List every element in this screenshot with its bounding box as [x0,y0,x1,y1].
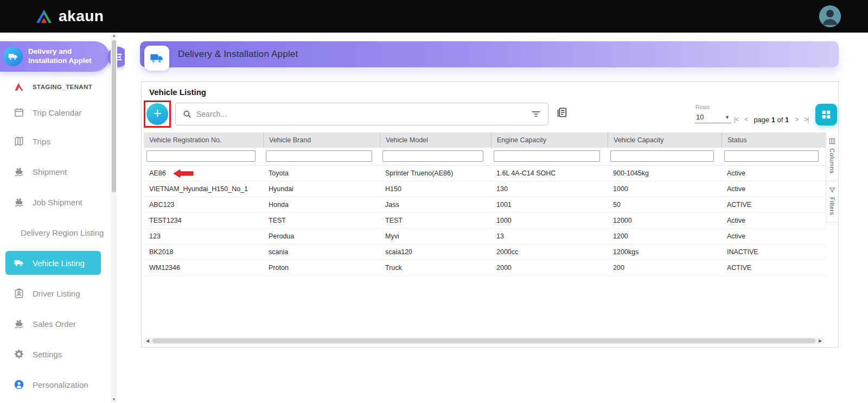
sidebar-item-label: Personalization [33,380,88,389]
sidebar-item-label: Vehicle Listing [33,259,85,268]
scrollbar-thumb[interactable] [112,40,116,192]
column-header[interactable]: Vehicle Registration No. [144,133,263,148]
table-row[interactable]: TEST1234TESTTEST100012000Active [144,213,826,229]
column-filter-input[interactable] [724,150,819,162]
sidebar-item-driver-listing[interactable]: Driver Listing [0,278,111,308]
table-header: Vehicle Registration No.Vehicle BrandVeh… [144,133,826,148]
table-cell: 200 [608,260,722,275]
ship-icon [13,166,25,177]
ship-icon [13,318,25,329]
scroll-left-icon[interactable]: ◀ [144,338,151,343]
scroll-up-icon[interactable]: ▲ [111,33,117,39]
sidebar-item-job-shipment[interactable]: Job Shipment [0,187,111,217]
rows-per-page-select[interactable]: 10 ▼ [694,111,731,123]
column-filter-input[interactable] [494,150,600,162]
user-avatar[interactable] [819,5,841,27]
search-input[interactable] [196,110,526,118]
applet-header[interactable]: Delivery and Installation Applet [0,41,110,72]
next-page-button[interactable]: > [795,116,798,123]
table-cell: 123 [144,229,263,244]
filter-cell [380,148,491,165]
gear-icon [13,349,25,360]
sidebar-item-vehicle-listing[interactable]: Vehicle Listing [5,251,101,275]
page-title: Delivery & Installation Applet [178,49,298,60]
filters-tab[interactable]: Filters [826,181,838,223]
table-row[interactable]: WM12346ProtonTruck2000200ACTIVE [144,260,826,276]
column-header[interactable]: Engine Capacity [491,133,608,148]
table-cell: H150 [380,181,491,197]
page-indicator: page 1 of 1 [754,116,789,124]
table-cell: Active [722,181,826,197]
columns-icon [828,137,836,145]
sidebar-item-sales-order[interactable]: Sales Order [0,308,111,339]
sidebar-item-delivery-region-listing[interactable]: Delivery Region Listing [0,217,111,248]
logo-text: akaun [59,8,104,25]
akaun-logo: akaun [35,8,104,25]
table-cell: Truck [380,260,491,275]
last-page-button[interactable]: >| [804,116,808,123]
filter-cell [608,148,722,165]
table-cell: Jass [380,197,491,212]
table-row[interactable]: AE86ToyotaSprinter Trueno(AE86)1.6L 4A-C… [144,166,826,181]
grid-view-button[interactable] [815,104,837,125]
sidebar-item-label: Driver Listing [33,289,80,298]
scrollbar-thumb[interactable] [152,338,815,343]
column-filter-input[interactable] [146,150,256,162]
sidebar-item-staging-tenant[interactable]: STAGING_TENANT [0,75,111,99]
first-page-button[interactable]: |< [734,116,738,123]
column-filter-input[interactable] [382,150,483,162]
column-header[interactable]: Vehicle Capacity [608,133,722,148]
column-header[interactable]: Vehicle Model [380,133,491,148]
sidebar-item-label: STAGING_TENANT [33,84,92,90]
sidebar-item-trip-calendar[interactable]: Trip Calendar [0,99,111,126]
table-cell: TEST [380,213,491,228]
vehicle-table: Vehicle Registration No.Vehicle BrandVeh… [144,133,826,276]
table-cell: scaia120 [380,244,491,260]
table-cell: Active [722,166,826,181]
table-cell: 1000 [608,181,722,197]
table-filter-row [144,148,826,166]
sidebar-item-settings[interactable]: Settings [0,339,111,369]
table-cell: 13 [491,229,608,244]
table-cell: Perodua [263,229,380,244]
sidebar-scrollbar[interactable]: ▲ ▼ [111,33,117,403]
scroll-down-icon[interactable]: ▼ [111,396,117,403]
search-box [175,103,548,125]
table-cell: 1200kgs [608,244,722,260]
truck-icon [13,257,25,268]
filter-cell [263,148,380,165]
table-row[interactable]: ABC123HondaJass100150ACTIVE [144,197,826,213]
sidebar-item-shipment[interactable]: Shipment [0,156,111,187]
table-cell: 50 [608,197,722,212]
truck-icon [144,46,169,71]
scroll-right-icon[interactable]: ▶ [816,338,824,343]
sidebar-item-label: Job Shipment [33,198,82,207]
sidebar-item-trips[interactable]: Trips [0,126,111,156]
table-row[interactable]: 123PeroduaMyvi131200Active [144,229,826,244]
filter-lines-icon[interactable] [531,109,541,119]
applet-title: Delivery and Installation Applet [28,47,92,66]
applet-banner: Delivery & Installation Applet [140,41,839,67]
table-row[interactable]: BK2018scaniascaia1202000cc1200kgsINACTIV… [144,244,826,260]
akaun-logo-icon [35,8,53,24]
columns-tab[interactable]: Columns [826,133,838,181]
sidebar-item-personalization[interactable]: Personalization [0,369,111,400]
horizontal-scrollbar[interactable]: ◀ ▶ [144,337,824,344]
table-cell: 1001 [491,197,608,212]
pages-icon[interactable] [556,106,568,118]
table-cell: 1.6L 4A-C14 SOHC [491,166,608,181]
table-row[interactable]: VIETNAM_Hyundai_H150_No_1HyundaiH1501301… [144,181,826,197]
table-cell: WM12346 [144,260,263,275]
column-filter-input[interactable] [266,150,372,162]
column-header[interactable]: Status [722,133,826,148]
prev-page-button[interactable]: < [744,116,748,123]
table-cell: Honda [263,197,380,212]
column-header[interactable]: Vehicle Brand [263,133,380,148]
add-vehicle-button[interactable]: + [146,103,168,125]
table-cell: 2000 [491,260,608,275]
calendar-icon [13,107,25,118]
filter-cell [144,148,263,165]
table-cell: Hyundai [263,181,380,197]
table-cell: 130 [491,181,608,197]
column-filter-input[interactable] [610,150,714,162]
